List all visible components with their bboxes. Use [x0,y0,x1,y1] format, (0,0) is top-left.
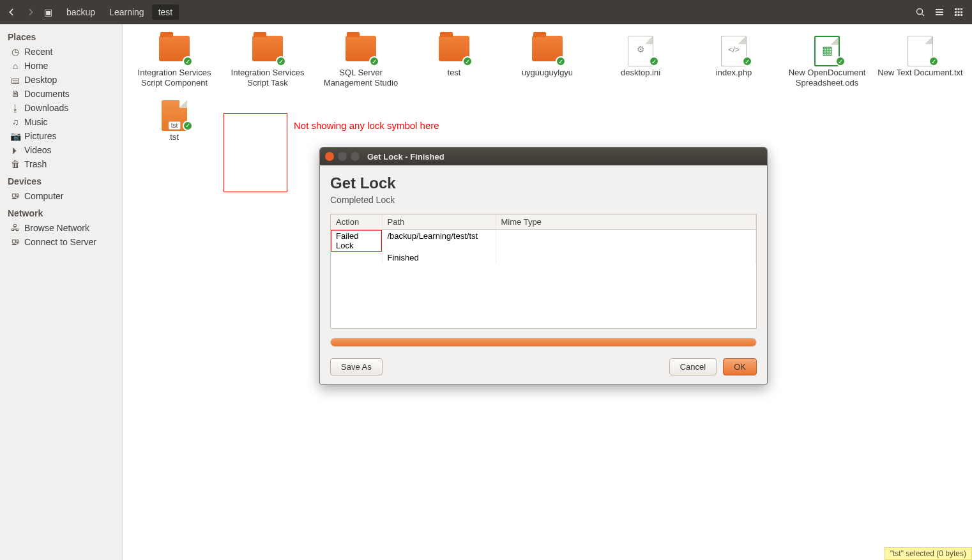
documents-icon: 🗎 [10,89,20,99]
svg-rect-7 [961,8,962,10]
server-icon: 🖳 [10,237,20,247]
svg-rect-6 [958,8,960,10]
sidebar-item-trash[interactable]: 🗑Trash [0,157,122,171]
save-as-button[interactable]: Save As [330,358,383,375]
sidebar-item-desktop[interactable]: 🖴Desktop [0,73,122,87]
file-item[interactable]: ✓New Text Document.txt [874,33,967,91]
sidebar-item-label: Connect to Server [24,237,96,247]
sync-ok-icon: ✓ [556,56,566,66]
file-item[interactable]: ✓test [407,33,501,91]
ok-button[interactable]: OK [723,358,757,375]
maximize-icon[interactable] [351,152,360,161]
dialog-result-list[interactable]: Action Path Mime Type Failed Lock /backu… [330,214,757,329]
svg-rect-4 [936,14,943,15]
sync-ok-icon: ✓ [369,56,379,66]
sidebar-item-label: Music [24,117,48,127]
file-label: Integration Services Script Task [222,68,313,89]
file-label: Integration Services Script Component [129,68,220,89]
dialog-heading: Get Lock [330,174,757,192]
breadcrumb: backup Learning test [60,4,179,20]
get-lock-dialog: Get Lock - Finished Get Lock Completed L… [319,147,768,385]
file-label: SQL Server Management Studio [315,68,406,89]
sidebar-item-videos[interactable]: ⏵Videos [0,143,122,157]
dialog-titlebar[interactable]: Get Lock - Finished [320,148,767,165]
sidebar-item-music[interactable]: ♫Music [0,115,122,129]
svg-point-0 [917,9,923,15]
sidebar-item-label: Recent [24,47,52,57]
sidebar-item-label: Trash [24,159,47,169]
sidebar-heading-places: Places [0,27,122,45]
cell-action: Failed Lock [331,230,382,252]
svg-rect-9 [958,11,960,13]
sidebar-item-downloads[interactable]: ⭳Downloads [0,101,122,115]
trash-icon: 🗑 [10,159,20,169]
dialog-title-text: Get Lock - Finished [367,152,444,162]
svg-rect-10 [961,11,962,13]
videos-icon: ⏵ [10,145,20,155]
sidebar-item-label: Pictures [24,131,57,141]
cell-action [331,252,382,264]
sync-ok-icon: ✓ [183,56,193,66]
sidebar-item-label: Browse Network [24,223,89,233]
cell-path: /backup/Learning/test/tst [382,230,496,252]
file-item[interactable]: ✓Integration Services Script Component [128,33,221,91]
drive-icon[interactable]: ▣ [40,4,56,20]
search-icon[interactable] [912,4,929,20]
sync-ok-icon: ✓ [276,56,286,66]
file-item[interactable]: ✓SQL Server Management Studio [314,33,407,91]
breadcrumb-test[interactable]: test [152,4,179,20]
sidebar-item-computer[interactable]: 🖳Computer [0,189,122,203]
sidebar-item-documents[interactable]: 🗎Documents [0,87,122,101]
sync-ok-icon: ✓ [462,56,473,66]
file-item[interactable]: tst✓tst [128,98,221,145]
music-icon: ♫ [10,117,20,127]
grid-icon[interactable] [950,4,967,20]
file-item[interactable]: ✓index.php [687,33,780,91]
file-label: desktop.ini [595,68,686,78]
sidebar: Places ◷Recent ⌂Home 🖴Desktop 🗎Documents… [0,24,123,560]
sidebar-item-pictures[interactable]: 📷Pictures [0,129,122,143]
sync-ok-icon: ✓ [649,56,659,66]
table-row[interactable]: Finished [331,252,756,264]
cancel-button[interactable]: Cancel [669,358,717,375]
file-item[interactable]: ✓New OpenDocument Spreadsheet.ods [780,33,874,91]
close-icon[interactable] [325,152,334,161]
svg-line-1 [922,14,924,16]
sidebar-item-label: Documents [24,89,70,99]
view-menu-icon[interactable] [931,4,948,20]
col-action[interactable]: Action [331,215,382,230]
forward-button[interactable] [22,4,38,20]
sidebar-item-browse-network[interactable]: 🖧Browse Network [0,221,122,235]
col-mime[interactable]: Mime Type [496,215,756,230]
breadcrumb-backup[interactable]: backup [60,4,102,20]
svg-rect-5 [955,8,957,10]
sidebar-item-recent[interactable]: ◷Recent [0,45,122,59]
sidebar-item-label: Home [24,61,48,71]
sidebar-item-connect-server[interactable]: 🖳Connect to Server [0,235,122,249]
network-icon: 🖧 [10,223,20,233]
svg-rect-2 [936,9,943,10]
sidebar-item-label: Desktop [24,75,57,85]
minimize-icon[interactable] [338,152,347,161]
svg-rect-8 [955,11,957,13]
file-label: index.php [688,68,779,78]
sidebar-item-home[interactable]: ⌂Home [0,59,122,73]
table-row[interactable]: Failed Lock /backup/Learning/test/tst [331,230,756,252]
breadcrumb-learning[interactable]: Learning [103,4,151,20]
file-item[interactable]: ✓Integration Services Script Task [221,33,314,91]
back-button[interactable] [4,4,20,20]
file-item[interactable]: ✓desktop.ini [594,33,687,91]
svg-rect-12 [958,14,960,16]
cell-path: Finished [382,252,496,264]
cell-mime [496,252,756,264]
file-manager-toolbar: ▣ backup Learning test [0,0,972,24]
file-grid: ✓Integration Services Script Component✓I… [128,33,967,151]
file-label: New OpenDocument Spreadsheet.ods [782,68,872,89]
svg-rect-3 [936,11,943,13]
col-path[interactable]: Path [382,215,496,230]
sync-ok-icon: ✓ [742,56,752,66]
sidebar-heading-devices: Devices [0,171,122,189]
cell-mime [496,230,756,252]
file-item[interactable]: ✓uyguuguylgyu [501,33,594,91]
dialog-subtitle: Completed Lock [330,195,757,205]
